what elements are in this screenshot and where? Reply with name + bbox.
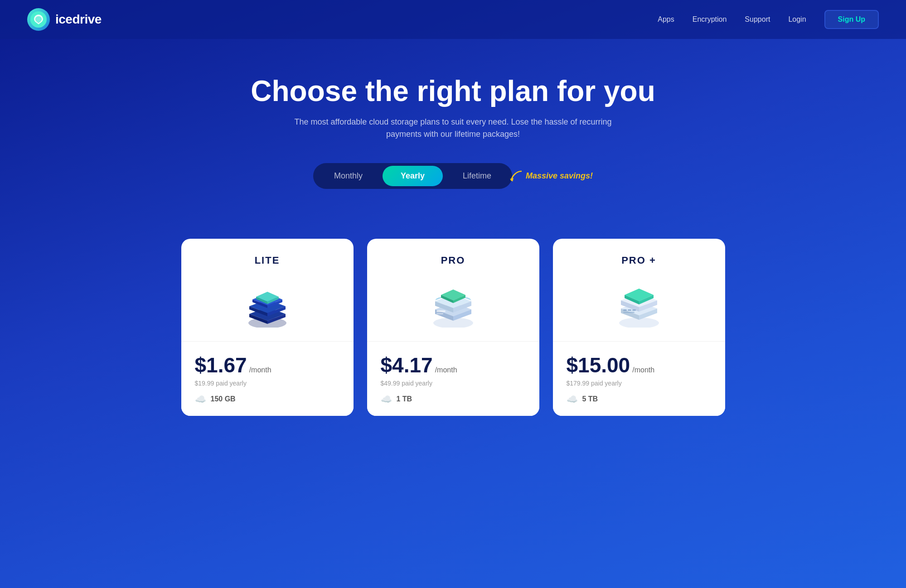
- svg-marker-1: [510, 178, 514, 182]
- price-period-pro: /month: [435, 366, 457, 374]
- storage-label-pro: 1 TB: [397, 395, 412, 403]
- pricing-cards: LITE: [0, 239, 906, 443]
- storage-label-lite: 150 GB: [211, 395, 236, 403]
- svg-rect-9: [632, 309, 636, 311]
- plan-icon-lite: [240, 275, 295, 330]
- toggle-yearly[interactable]: Yearly: [383, 166, 443, 186]
- hero-section: Choose the right plan for you The most a…: [0, 39, 906, 239]
- nav-login[interactable]: Login: [788, 15, 806, 24]
- hero-title: Choose the right plan for you: [18, 75, 888, 107]
- signup-button[interactable]: Sign Up: [824, 10, 879, 29]
- plan-card-lite: LITE: [181, 239, 354, 416]
- card-bottom-pro: $4.17 /month $49.99 paid yearly ☁️ 1 TB: [367, 342, 539, 416]
- price-main-pro-plus: $15.00: [567, 353, 630, 377]
- plan-name-lite: LITE: [195, 255, 340, 266]
- svg-rect-10: [623, 312, 635, 313]
- brand-name: icedrive: [55, 12, 102, 27]
- plan-card-pro: PRO: [367, 239, 539, 416]
- nav-support[interactable]: Support: [745, 15, 770, 24]
- price-period-pro-plus: /month: [632, 366, 654, 374]
- plan-card-pro-plus: PRO +: [553, 239, 725, 416]
- price-row-lite: $1.67 /month: [195, 353, 340, 377]
- logo-area[interactable]: icedrive: [27, 8, 102, 31]
- price-main-pro: $4.17: [381, 353, 433, 377]
- cloud-icon-lite: ☁️: [195, 394, 206, 405]
- plan-name-pro-plus: PRO +: [567, 255, 712, 266]
- toggle-lifetime[interactable]: Lifetime: [445, 166, 509, 186]
- storage-label-pro-plus: 5 TB: [582, 395, 598, 403]
- price-period-lite: /month: [249, 366, 271, 374]
- svg-rect-5: [436, 313, 443, 314]
- price-row-pro-plus: $15.00 /month: [567, 353, 712, 377]
- storage-row-lite: ☁️ 150 GB: [195, 394, 340, 405]
- price-yearly-pro: $49.99 paid yearly: [381, 380, 526, 387]
- price-main-lite: $1.67: [195, 353, 247, 377]
- billing-toggle: Monthly Yearly Lifetime: [313, 163, 512, 189]
- storage-row-pro-plus: ☁️ 5 TB: [567, 394, 712, 405]
- savings-arrow-icon: [508, 169, 523, 183]
- savings-label: Massive savings!: [526, 171, 593, 181]
- card-top-pro-plus: PRO +: [553, 239, 725, 342]
- plan-icon-pro-plus: [612, 275, 666, 330]
- card-bottom-pro-plus: $15.00 /month $179.99 paid yearly ☁️ 5 T…: [553, 342, 725, 416]
- nav-encryption[interactable]: Encryption: [693, 15, 727, 24]
- logo-icon: [27, 8, 50, 31]
- card-top-pro: PRO: [367, 239, 539, 342]
- plan-name-pro: PRO: [381, 255, 526, 266]
- card-top-lite: LITE: [181, 239, 354, 342]
- cloud-icon-pro: ☁️: [381, 394, 392, 405]
- price-row-pro: $4.17 /month: [381, 353, 526, 377]
- hero-subtitle: The most affordable cloud storage plans …: [276, 116, 630, 140]
- svg-rect-4: [436, 310, 446, 312]
- plan-icon-pro: [426, 275, 480, 330]
- price-yearly-pro-plus: $179.99 paid yearly: [567, 380, 712, 387]
- svg-rect-8: [628, 309, 631, 311]
- price-yearly-lite: $19.99 paid yearly: [195, 380, 340, 387]
- nav-apps[interactable]: Apps: [658, 15, 674, 24]
- storage-row-pro: ☁️ 1 TB: [381, 394, 526, 405]
- svg-rect-7: [623, 309, 627, 311]
- cloud-icon-pro-plus: ☁️: [567, 394, 578, 405]
- billing-toggle-wrapper: Monthly Yearly Lifetime Massive savings!: [18, 163, 888, 189]
- navbar: icedrive Apps Encryption Support Login S…: [0, 0, 906, 39]
- card-bottom-lite: $1.67 /month $19.99 paid yearly ☁️ 150 G…: [181, 342, 354, 416]
- toggle-monthly[interactable]: Monthly: [316, 166, 381, 186]
- nav-links: Apps Encryption Support Login Sign Up: [658, 10, 879, 29]
